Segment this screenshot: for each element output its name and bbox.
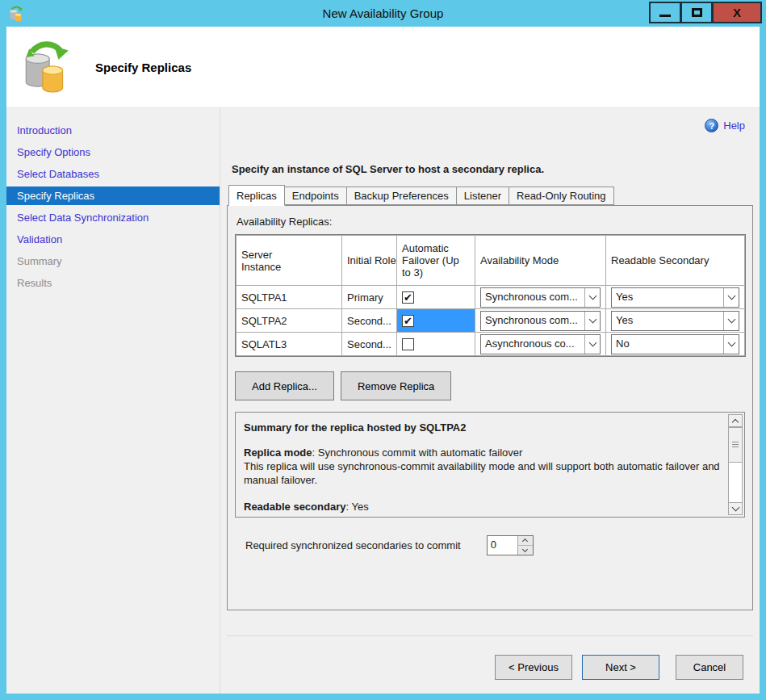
sidebar-item-select-data-synchronization[interactable]: Select Data Synchronization <box>6 208 220 227</box>
replicas-tab-panel: Availability Replicas: Server Instance I… <box>227 205 753 610</box>
minimize-button[interactable] <box>649 2 680 23</box>
window-controls: X <box>649 2 762 23</box>
footer-buttons: < Previous Next > Cancel <box>227 636 753 694</box>
column-header-readable-secondary[interactable]: Readable Secondary <box>606 236 745 286</box>
main-content: ? Help Specify an instance of SQL Server… <box>220 108 760 694</box>
tab-read-only-routing[interactable]: Read-Only Routing <box>509 187 614 205</box>
tab-endpoints[interactable]: Endpoints <box>284 187 347 205</box>
column-header-automatic-failover[interactable]: Automatic Failover (Up to 3) <box>397 236 475 286</box>
replica-row: SQLATL3 Second... Asynchronous co... <box>236 333 745 356</box>
help-link[interactable]: Help <box>723 119 745 132</box>
automatic-failover-cell[interactable]: ✔ <box>397 309 475 333</box>
tab-backup-preferences[interactable]: Backup Preferences <box>346 187 457 205</box>
tab-listener[interactable]: Listener <box>456 187 509 205</box>
page-title: Specify Replicas <box>95 61 191 74</box>
dialog-body: Introduction Specify Options Select Data… <box>6 108 760 694</box>
sidebar-item-select-databases[interactable]: Select Databases <box>6 165 220 183</box>
replica-row: SQLTPA1 Primary ✔ Synchronous com... <box>236 286 745 309</box>
wizard-header: Specify Replicas <box>6 27 760 108</box>
quorum-row: Required synchronized secondaries to com… <box>245 535 745 555</box>
server-instance-cell[interactable]: SQLATL3 <box>236 333 342 356</box>
quorum-spinner: 0 <box>487 535 534 555</box>
thumb-grip-icon <box>732 442 739 448</box>
availability-mode-dropdown[interactable]: Asynchronous co... <box>480 334 601 354</box>
database-replica-icon <box>21 40 71 94</box>
summary-scrollbar[interactable] <box>728 414 743 515</box>
availability-mode-cell: Synchronous com... <box>475 286 606 309</box>
sidebar-item-validation[interactable]: Validation <box>6 230 220 249</box>
quorum-value-input[interactable]: 0 <box>488 536 517 555</box>
instruction-text: Specify an instance of SQL Server to hos… <box>232 163 753 175</box>
summary-replica-mode-line: Replica mode: Synchronous commit with au… <box>244 446 720 459</box>
help-row: ? Help <box>227 108 753 132</box>
column-header-initial-role[interactable]: Initial Role <box>342 236 397 286</box>
quorum-label: Required synchronized secondaries to com… <box>245 539 461 551</box>
readable-secondary-cell: Yes <box>606 309 745 333</box>
availability-mode-cell: Synchronous com... <box>475 309 606 333</box>
sidebar-item-results: Results <box>6 274 220 292</box>
initial-role-cell[interactable]: Primary <box>342 286 397 309</box>
chevron-down-icon[interactable] <box>723 335 739 354</box>
chevron-down-icon[interactable] <box>584 335 600 354</box>
grid-header-row: Server Instance Initial Role Automatic F… <box>236 236 745 286</box>
spinner-buttons <box>517 536 533 555</box>
chevron-down-icon[interactable] <box>723 288 739 307</box>
availability-mode-cell: Asynchronous co... <box>475 333 606 356</box>
cancel-button[interactable]: Cancel <box>676 655 743 680</box>
chevron-down-icon[interactable] <box>584 312 600 330</box>
availability-replicas-label: Availability Replicas: <box>236 216 745 228</box>
server-instance-cell[interactable]: SQLTPA1 <box>236 286 342 309</box>
summary-description: This replica will use synchronous-commit… <box>244 459 720 487</box>
readable-secondary-dropdown[interactable]: Yes <box>611 311 739 331</box>
summary-readable-secondary-line: Readable secondary: Yes <box>244 500 720 513</box>
titlebar: New Availability Group X <box>0 0 766 27</box>
replica-row: SQLTPA2 Second... ✔ Synchronous com... <box>236 309 745 333</box>
replicas-grid: Server Instance Initial Role Automatic F… <box>235 234 746 357</box>
sidebar-item-summary: Summary <box>6 252 220 270</box>
readable-secondary-cell: Yes <box>606 286 745 309</box>
previous-button[interactable]: < Previous <box>495 655 572 680</box>
automatic-failover-checkbox[interactable]: ✔ <box>402 291 414 304</box>
minimize-icon <box>659 15 671 17</box>
column-header-server-instance[interactable]: Server Instance <box>236 236 342 286</box>
sidebar-item-specify-options[interactable]: Specify Options <box>6 143 220 161</box>
tab-replicas[interactable]: Replicas <box>228 185 285 206</box>
help-icon[interactable]: ? <box>705 119 718 132</box>
close-button[interactable]: X <box>712 2 762 23</box>
initial-role-cell[interactable]: Second... <box>342 309 397 333</box>
sidebar-item-specify-replicas[interactable]: Specify Replicas <box>6 187 220 205</box>
availability-mode-dropdown[interactable]: Synchronous com... <box>480 287 601 308</box>
maximize-button[interactable] <box>680 2 712 23</box>
tab-strip: Replicas Endpoints Backup Preferences Li… <box>228 185 753 205</box>
scrollbar-thumb[interactable] <box>728 427 743 463</box>
add-replica-button[interactable]: Add Replica... <box>235 371 334 400</box>
spinner-down-icon[interactable] <box>518 546 533 555</box>
replica-summary-box: Summary for the replica hosted by SQLTPA… <box>235 412 745 518</box>
next-button[interactable]: Next > <box>582 655 659 680</box>
spinner-up-icon[interactable] <box>518 536 533 546</box>
scroll-down-icon[interactable] <box>728 502 743 515</box>
scroll-up-icon[interactable] <box>728 414 743 427</box>
automatic-failover-checkbox[interactable]: ✔ <box>402 315 414 327</box>
chevron-down-icon[interactable] <box>723 312 739 330</box>
readable-secondary-dropdown[interactable]: Yes <box>611 287 739 308</box>
column-header-availability-mode[interactable]: Availability Mode <box>475 236 606 286</box>
sidebar-item-introduction[interactable]: Introduction <box>6 121 220 140</box>
replica-buttons-row: Add Replica... Remove Replica <box>235 371 745 400</box>
chevron-down-icon[interactable] <box>584 288 600 307</box>
new-availability-group-window: New Availability Group X Specify Replica… <box>0 0 766 700</box>
remove-replica-button[interactable]: Remove Replica <box>341 371 451 400</box>
automatic-failover-cell[interactable] <box>397 333 475 356</box>
summary-heading: Summary for the replica hosted by SQLTPA… <box>244 421 720 434</box>
availability-mode-dropdown[interactable]: Synchronous com... <box>480 311 601 331</box>
readable-secondary-cell: No <box>606 333 745 356</box>
maximize-icon <box>692 8 702 17</box>
dialog-frame: Specify Replicas Introduction Specify Op… <box>6 27 760 694</box>
readable-secondary-dropdown[interactable]: No <box>611 334 739 354</box>
initial-role-cell[interactable]: Second... <box>342 333 397 356</box>
wizard-steps-sidebar: Introduction Specify Options Select Data… <box>6 108 220 694</box>
server-instance-cell[interactable]: SQLTPA2 <box>236 309 342 333</box>
automatic-failover-cell[interactable]: ✔ <box>397 286 475 309</box>
automatic-failover-checkbox[interactable] <box>402 338 414 350</box>
